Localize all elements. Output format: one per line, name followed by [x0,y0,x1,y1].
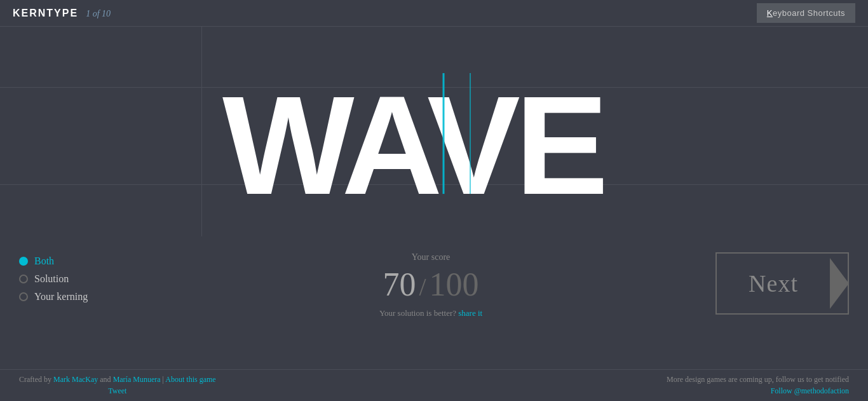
brand-name: KERNTYPE [13,8,78,19]
footer-left: Crafted by Mark MacKay and María Munuera… [19,375,216,396]
keyboard-shortcuts-button[interactable]: Keyboard Shortcuts [757,3,855,23]
maria-munuera-link[interactable]: María Munuera [113,375,161,384]
k-highlight: K [767,8,773,18]
score-total: 100 [430,266,479,303]
radio-your-kerning-circle [19,292,28,301]
radio-both-label: Both [34,255,54,267]
score-value: 70 / 100 [383,266,478,303]
score-panel: Your score 70 / 100 Your solution is bet… [379,249,482,318]
radio-both[interactable]: Both [19,255,146,267]
radio-both-circle [19,257,28,266]
score-divider: / [419,272,426,302]
tweet-link[interactable]: Tweet [108,386,126,396]
wave-display: WAVE [216,54,686,215]
svg-text:WAVE: WAVE [222,67,604,213]
mark-mackay-link[interactable]: Mark MacKay [53,375,98,384]
follow-link[interactable]: Follow @methodofaction [771,386,849,396]
radio-your-kerning-label: Your kerning [34,291,88,302]
share-prompt: Your solution is better? [379,308,456,318]
radio-your-kerning[interactable]: Your kerning [19,291,146,302]
footer-right: More design games are coming up, follow … [667,375,849,396]
next-button[interactable]: Next [715,252,849,315]
share-link[interactable]: share it [458,308,482,318]
vertical-line [201,27,202,236]
footer: Crafted by Mark MacKay and María Munuera… [0,369,868,401]
next-panel: Next [715,249,849,315]
share-text: Your solution is better? share it [379,308,482,318]
score-label: Your score [412,252,450,262]
credits-text: Crafted by Mark MacKay and María Munuera… [19,375,216,384]
next-arrow-icon [830,258,849,309]
main-display: WAVE [0,27,868,236]
radio-solution[interactable]: Solution [19,273,146,285]
keyboard-shortcuts-rest: eyboard Shortcuts [773,8,845,18]
follow-text: More design games are coming up, follow … [667,375,849,384]
about-game-link[interactable]: About this game [165,375,215,384]
radio-solution-circle [19,275,28,283]
header: KERNTYPE 1 of 10 Keyboard Shortcuts [0,0,868,27]
next-button-label: Next [717,254,830,313]
options-panel: Both Solution Your kerning [19,249,146,302]
score-number: 70 [383,266,416,303]
level-indicator: 1 of 10 [86,9,111,19]
header-left: KERNTYPE 1 of 10 [13,8,111,19]
radio-solution-label: Solution [34,273,69,285]
